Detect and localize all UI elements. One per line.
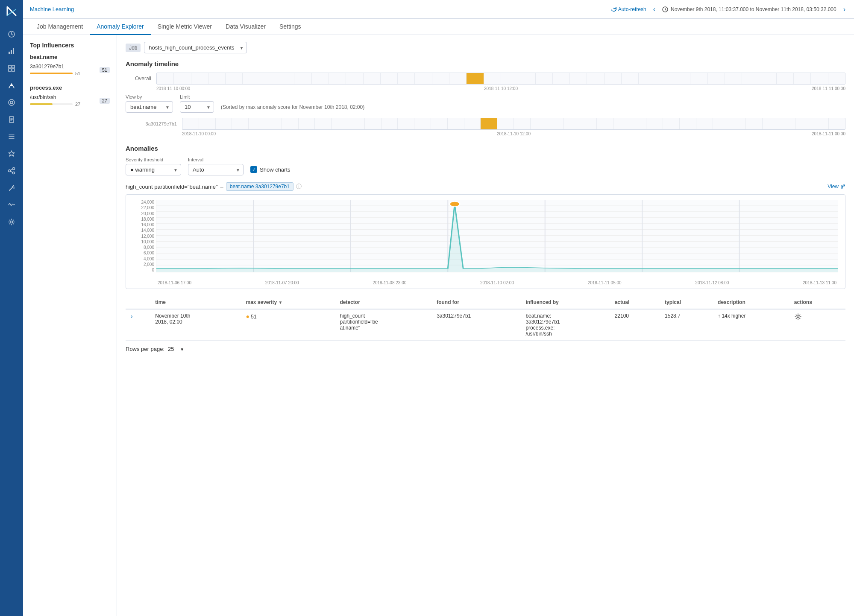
sidebar-icon-saved[interactable]: [5, 147, 18, 161]
influencer-score-badge: 51: [100, 67, 110, 73]
sidebar-icon-reporting[interactable]: [5, 113, 18, 126]
sidebar-icon-apm[interactable]: [5, 198, 18, 212]
table-header-row: time max severity ▼ detector found for i…: [126, 296, 845, 309]
show-charts-label[interactable]: Show charts: [250, 166, 291, 175]
svg-rect-6: [12, 65, 15, 68]
job-select[interactable]: hosts_high_count_process_events: [144, 42, 247, 53]
severity-label: Severity threshold: [126, 157, 181, 162]
svg-point-14: [13, 168, 15, 170]
limit-group: Limit 10 5 25 50: [180, 94, 214, 113]
influencer-value: /usr/bin/ssh: [30, 94, 80, 100]
sidebar-icon-monitoring[interactable]: [5, 96, 18, 109]
tab-anomaly-explorer[interactable]: Anomaly Explorer: [90, 19, 151, 35]
influenced-by-cell: beat.name:3a301279e7b1process.exe:/usr/b…: [520, 309, 609, 341]
sidebar-icon-menu[interactable]: [5, 130, 18, 143]
chart-plot: [156, 200, 838, 272]
anomaly-chart-container: 24,000 22,000 20,000 18,000 16,000 14,00…: [126, 194, 845, 289]
sorted-note: (Sorted by max anomaly score for Novembe…: [221, 104, 364, 113]
chart-title-text: high_count partitionfield="beat.name": [126, 184, 218, 190]
limit-select[interactable]: 10 5 25 50: [180, 101, 214, 113]
time-nav-next[interactable]: ›: [842, 5, 847, 14]
th-description: description: [713, 296, 789, 309]
influencer-bar-bg: [30, 103, 73, 105]
top-header: Machine Learning Auto-refresh ‹ November…: [23, 0, 854, 19]
detector-cell: high_countpartitionfield="beat.name": [335, 309, 431, 341]
external-link-icon: [840, 184, 845, 189]
sidebar-icon-dashboard[interactable]: [5, 61, 18, 75]
svg-point-9: [11, 85, 12, 86]
severity-cell: ● 51: [241, 309, 335, 341]
top-influencers-panel: Top Influencers beat.name 3a301279e7b1 5…: [23, 35, 117, 616]
beat-name-label: 3a301279e7b1: [126, 121, 177, 126]
svg-rect-3: [11, 50, 12, 54]
influencer-group-name-process: process.exe: [30, 85, 110, 91]
influencer-bar-fill: [30, 103, 53, 105]
interval-select[interactable]: Auto 1 hour 3 hours 6 hours: [188, 164, 244, 175]
severity-select[interactable]: ● warning critical major minor low: [126, 164, 181, 175]
th-expand: [126, 296, 150, 309]
influencer-score-text: 51: [75, 71, 80, 76]
tab-job-management[interactable]: Job Management: [30, 19, 90, 35]
influencer-group-beat-name: beat.name 3a301279e7b1 51 51: [30, 54, 110, 76]
th-detector: detector: [335, 296, 431, 309]
svg-point-16: [11, 221, 13, 223]
timeline-xaxis: 2018-11-10 00:00 2018-11-10 12:00 2018-1…: [156, 86, 845, 91]
auto-refresh-button[interactable]: Auto-refresh: [610, 6, 646, 12]
job-label: Job: [126, 44, 141, 52]
time-nav-prev[interactable]: ‹: [652, 5, 657, 14]
severity-select-wrapper: ● warning critical major minor low: [126, 164, 181, 175]
th-actual: actual: [610, 296, 660, 309]
anomaly-timeline-title: Anomaly timeline: [126, 60, 845, 67]
anomalies-controls: Severity threshold ● warning critical ma…: [126, 157, 845, 175]
table-row: › November 10th2018, 02:00 ● 51 high_cou…: [126, 309, 845, 341]
influencer-score-text: 27: [75, 102, 80, 107]
expand-button[interactable]: ›: [131, 313, 133, 320]
header-left: Machine Learning: [30, 6, 74, 12]
found-for-cell: 3a301279e7b1: [431, 309, 520, 341]
svg-rect-8: [12, 69, 15, 71]
view-link[interactable]: View: [828, 184, 845, 190]
rows-per-page-select[interactable]: 25 10 50 100: [168, 346, 184, 352]
sidebar-icon-tools[interactable]: [5, 181, 18, 195]
svg-point-37: [797, 316, 799, 318]
time-cell: November 10th2018, 02:00: [150, 309, 241, 341]
tab-single-metric[interactable]: Single Metric Viewer: [151, 19, 219, 35]
sidebar-icon-visualize[interactable]: [5, 44, 18, 58]
sidebar-icon-settings[interactable]: [5, 215, 18, 229]
sidebar-icon-ml[interactable]: [5, 79, 18, 92]
svg-point-10: [9, 99, 15, 105]
info-icon[interactable]: ⓘ: [296, 183, 302, 190]
beat-name-timeline-chart: [182, 118, 845, 130]
nav-tabs: Job Management Anomaly Explorer Single M…: [23, 19, 854, 35]
tab-data-visualizer[interactable]: Data Visualizer: [219, 19, 273, 35]
th-max-severity[interactable]: max severity ▼: [241, 296, 335, 309]
auto-refresh-label: Auto-refresh: [618, 6, 646, 12]
influenced-by-value: beat.name:3a301279e7b1process.exe:/usr/b…: [525, 313, 560, 337]
svg-point-11: [10, 101, 13, 104]
kibana-logo: [4, 3, 19, 19]
typical-cell: 1528.7: [660, 309, 713, 341]
overall-timeline-chart: [156, 73, 845, 85]
anomalies-section: Anomalies Severity threshold ● warning c…: [126, 145, 845, 352]
detector-value: high_countpartitionfield="beat.name": [340, 313, 378, 331]
interval-select-wrapper: Auto 1 hour 3 hours 6 hours: [188, 164, 244, 175]
time-range-text: November 9th 2018, 11:03:37.000 to Novem…: [671, 6, 836, 12]
timeline-xaxis-2: 2018-11-10 00:00 2018-11-10 12:00 2018-1…: [182, 131, 845, 136]
chart-area: 24,000 22,000 20,000 18,000 16,000 14,00…: [133, 200, 838, 285]
view-link-text: View: [828, 184, 839, 190]
sidebar-icon-graph[interactable]: [5, 164, 18, 178]
interval-label: Interval: [188, 157, 244, 162]
chart-svg: [156, 200, 838, 272]
time-value: November 10th2018, 02:00: [155, 313, 190, 325]
expand-cell: ›: [126, 309, 150, 341]
influencer-group-name-beat: beat.name: [30, 54, 110, 60]
svg-point-15: [13, 172, 15, 174]
view-by-group: View by beat.name process.exe: [126, 94, 173, 113]
sidebar-icon-discover[interactable]: [5, 27, 18, 41]
content-area: Top Influencers beat.name 3a301279e7b1 5…: [23, 35, 854, 616]
tab-settings[interactable]: Settings: [273, 19, 308, 35]
actions-gear-icon[interactable]: [794, 313, 802, 321]
show-charts-checkbox[interactable]: [250, 166, 257, 173]
time-range-display: November 9th 2018, 11:03:37.000 to Novem…: [662, 6, 836, 12]
view-by-select[interactable]: beat.name process.exe: [126, 101, 173, 113]
